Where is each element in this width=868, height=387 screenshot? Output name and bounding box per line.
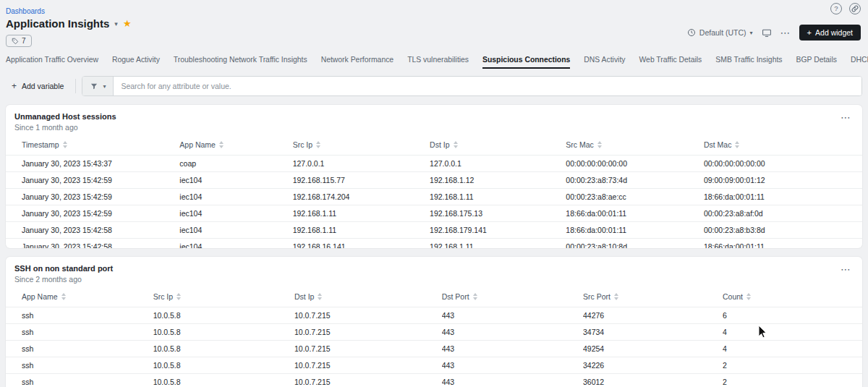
table-cell: iec104 bbox=[179, 239, 292, 249]
panel-more-button[interactable]: ⋯ bbox=[841, 264, 851, 274]
panel-subtitle: Since 2 months ago bbox=[14, 275, 113, 284]
share-link-button[interactable] bbox=[849, 3, 861, 14]
table-row[interactable]: January 30, 2023 15:42:58iec104192.168.1… bbox=[6, 239, 862, 249]
table-cell: 443 bbox=[442, 341, 583, 357]
panel-more-button[interactable]: ⋯ bbox=[841, 112, 851, 122]
add-variable-button[interactable]: + Add variable bbox=[6, 78, 69, 94]
table-cell: 443 bbox=[442, 324, 583, 341]
table-cell: 18:66:da:00:01:11 bbox=[704, 189, 862, 205]
table-cell: 00:00:23:a8:ae:cc bbox=[566, 189, 704, 205]
table-row[interactable]: ssh10.0.5.810.0.7.215443442766 bbox=[6, 307, 862, 324]
tab-bgp-details[interactable]: BGP Details bbox=[796, 56, 837, 69]
tab-troubleshooting-network-traffic-insights[interactable]: Troubleshooting Network Traffic Insights bbox=[174, 56, 307, 69]
table-row[interactable]: ssh10.0.5.810.0.7.215443492544 bbox=[6, 341, 862, 357]
table-cell: 443 bbox=[442, 374, 583, 387]
fullscreen-button[interactable] bbox=[762, 28, 772, 38]
tab-dhcp-insights[interactable]: DHCP Insights bbox=[851, 56, 868, 69]
table-cell: 6 bbox=[723, 307, 862, 324]
sort-icon[interactable] bbox=[614, 293, 619, 300]
table-cell: January 30, 2023 15:42:58 bbox=[6, 239, 179, 249]
table-cell: 18:66:da:00:01:11 bbox=[566, 222, 704, 239]
plus-icon: + bbox=[807, 28, 812, 37]
table-cell: iec104 bbox=[179, 189, 292, 205]
table-cell: 192.168.1.11 bbox=[293, 222, 430, 239]
column-header-dst-port[interactable]: Dst Port bbox=[442, 286, 583, 307]
ssh-non-standard-port-table: App NameSrc IpDst IpDst PortSrc PortCoun… bbox=[6, 286, 862, 387]
unmanaged-host-sessions-table: TimestampApp NameSrc IpDst IpSrc MacDst … bbox=[6, 135, 862, 248]
column-header-count[interactable]: Count bbox=[723, 286, 862, 307]
add-widget-label: Add widget bbox=[815, 28, 853, 37]
sort-icon[interactable] bbox=[473, 293, 478, 300]
sort-icon[interactable] bbox=[176, 293, 182, 300]
help-button[interactable]: ? bbox=[830, 3, 842, 14]
plus-icon: + bbox=[12, 81, 17, 91]
tags-badge[interactable]: 7 bbox=[6, 35, 32, 47]
sort-icon[interactable] bbox=[318, 293, 323, 300]
table-row[interactable]: ssh10.0.5.810.0.7.215443360122 bbox=[6, 374, 862, 387]
column-label: Timestamp bbox=[22, 140, 59, 149]
more-options-button[interactable]: ⋯ bbox=[780, 27, 791, 38]
table-cell: ssh bbox=[6, 374, 153, 387]
sort-icon[interactable] bbox=[454, 141, 459, 148]
sort-icon[interactable] bbox=[316, 141, 321, 148]
table-cell: 192.168.115.77 bbox=[293, 172, 430, 189]
sort-icon[interactable] bbox=[746, 293, 752, 300]
table-cell: January 30, 2023 15:42:59 bbox=[6, 172, 179, 189]
table-cell: 4 bbox=[723, 341, 862, 357]
table-row[interactable]: January 30, 2023 15:42:59iec104192.168.1… bbox=[6, 205, 862, 222]
sort-icon[interactable] bbox=[597, 141, 603, 148]
table-cell: 09:00:09:00:01:12 bbox=[704, 172, 862, 189]
table-cell: 10.0.5.8 bbox=[153, 324, 294, 341]
column-header-timestamp[interactable]: Timestamp bbox=[6, 135, 179, 156]
tab-dns-activity[interactable]: DNS Activity bbox=[584, 56, 625, 69]
column-header-src-mac[interactable]: Src Mac bbox=[566, 135, 704, 156]
sort-icon[interactable] bbox=[219, 141, 224, 148]
tab-suspicious-connections[interactable]: Suspicious Connections bbox=[482, 56, 570, 69]
table-cell: 00:00:00:00:00:00 bbox=[566, 156, 704, 172]
column-header-dst-ip[interactable]: Dst Ip bbox=[294, 286, 442, 307]
breadcrumb[interactable]: Dashboards bbox=[6, 7, 45, 15]
column-header-app-name[interactable]: App Name bbox=[179, 135, 292, 156]
column-label: Dst Ip bbox=[294, 292, 314, 301]
table-row[interactable]: January 30, 2023 15:43:37coap127.0.0.112… bbox=[6, 156, 862, 172]
sort-icon[interactable] bbox=[63, 141, 68, 148]
sort-icon[interactable] bbox=[61, 293, 67, 300]
table-row[interactable]: ssh10.0.5.810.0.7.215443347344 bbox=[6, 324, 862, 341]
table-cell: 49254 bbox=[583, 341, 723, 357]
favorite-star-icon[interactable]: ★ bbox=[123, 18, 132, 29]
tab-tls-vulnerabilities[interactable]: TLS vulnerabilities bbox=[407, 56, 469, 69]
sort-icon[interactable] bbox=[735, 141, 740, 148]
table-row[interactable]: January 30, 2023 15:42:59iec104192.168.1… bbox=[6, 189, 862, 205]
table-cell: 34226 bbox=[583, 357, 723, 374]
table-cell: 00:00:23:a8:af:0d bbox=[704, 205, 862, 222]
timezone-label: Default (UTC) bbox=[699, 28, 746, 37]
search-input[interactable] bbox=[114, 77, 861, 95]
table-row[interactable]: January 30, 2023 15:42:59iec104192.168.1… bbox=[6, 172, 862, 189]
tab-rogue-activity[interactable]: Rogue Activity bbox=[112, 56, 160, 69]
table-cell: 192.168.179.141 bbox=[430, 222, 566, 239]
column-header-dst-mac[interactable]: Dst Mac bbox=[704, 135, 862, 156]
tab-web-traffic-details[interactable]: Web Traffic Details bbox=[639, 56, 702, 69]
table-cell: coap bbox=[179, 156, 292, 172]
table-cell: 34734 bbox=[583, 324, 723, 341]
column-header-src-ip[interactable]: Src Ip bbox=[153, 286, 294, 307]
panel-unmanaged-host-sessions: Unmanaged Host sessions Since 1 month ag… bbox=[6, 105, 862, 248]
filter-dropdown[interactable]: ▾ bbox=[82, 77, 114, 95]
tab-smb-traffic-insights[interactable]: SMB Traffic Insights bbox=[715, 56, 782, 69]
table-cell: 36012 bbox=[583, 374, 723, 387]
tab-network-performance[interactable]: Network Performance bbox=[321, 56, 393, 69]
table-cell: 2 bbox=[723, 357, 862, 374]
column-header-dst-ip[interactable]: Dst Ip bbox=[430, 135, 566, 156]
table-cell: January 30, 2023 15:43:37 bbox=[6, 156, 179, 172]
column-header-src-port[interactable]: Src Port bbox=[583, 286, 723, 307]
column-header-app-name[interactable]: App Name bbox=[6, 286, 153, 307]
table-cell: 443 bbox=[442, 357, 583, 374]
table-row[interactable]: ssh10.0.5.810.0.7.215443342262 bbox=[6, 357, 862, 374]
table-row[interactable]: January 30, 2023 15:42:58iec104192.168.1… bbox=[6, 222, 862, 239]
add-widget-button[interactable]: + Add widget bbox=[799, 25, 861, 41]
table-cell: January 30, 2023 15:42:59 bbox=[6, 189, 179, 205]
column-header-src-ip[interactable]: Src Ip bbox=[293, 135, 430, 156]
tab-application-traffic-overview[interactable]: Application Traffic Overview bbox=[6, 56, 98, 69]
chevron-down-icon[interactable]: ▾ bbox=[114, 20, 118, 27]
timezone-selector[interactable]: Default (UTC) ▾ bbox=[687, 28, 753, 37]
